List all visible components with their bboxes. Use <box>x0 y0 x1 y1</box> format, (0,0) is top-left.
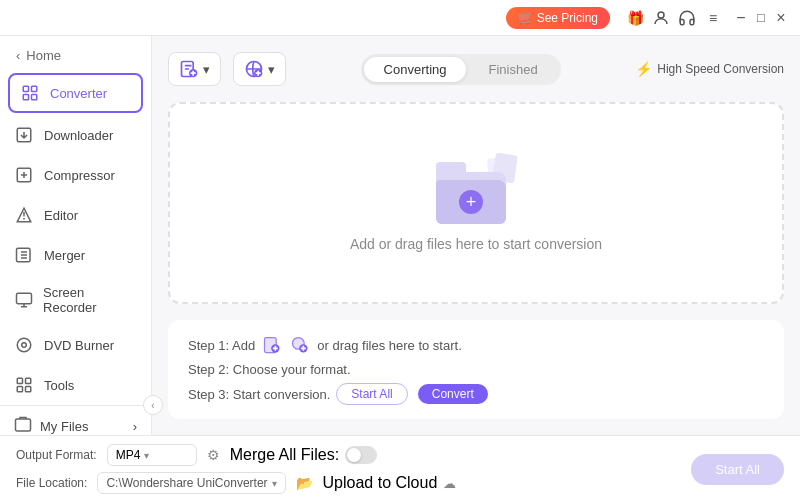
drop-text: Add or drag files here to start conversi… <box>350 236 602 252</box>
sidebar-home[interactable]: ‹ Home <box>0 40 151 71</box>
screen-recorder-icon <box>14 290 33 310</box>
file-location-select[interactable]: C:\Wondershare UniConverter ▾ <box>97 472 285 494</box>
output-format-select[interactable]: MP4 ▾ <box>107 444 197 466</box>
svg-point-9 <box>17 338 31 352</box>
content-area: ▾ ▾ Converting Finished ⚡ High Speed Con… <box>152 36 800 435</box>
svg-point-0 <box>658 12 664 18</box>
toolbar: ▾ ▾ Converting Finished ⚡ High Speed Con… <box>168 52 784 86</box>
upload-to-cloud-label: Upload to Cloud <box>323 474 438 492</box>
home-label: Home <box>26 48 61 63</box>
sidebar-item-converter[interactable]: Converter <box>8 73 143 113</box>
dvd-burner-icon <box>14 335 34 355</box>
tab-finished[interactable]: Finished <box>468 57 557 82</box>
file-location-row: File Location: C:\Wondershare UniConvert… <box>16 472 667 494</box>
sidebar-item-compressor-label: Compressor <box>44 168 115 183</box>
svg-rect-15 <box>16 419 31 431</box>
sidebar-bottom: My Files › <box>0 405 151 435</box>
svg-point-10 <box>22 343 27 348</box>
bottom-bar: Output Format: MP4 ▾ ⚙ Merge All Files: … <box>0 435 800 502</box>
sidebar-collapse-toggle[interactable]: ‹ <box>143 395 163 415</box>
sidebar-item-downloader[interactable]: Downloader <box>0 115 151 155</box>
add-url-button[interactable]: ▾ <box>233 52 286 86</box>
svg-rect-8 <box>16 293 31 304</box>
tab-converting[interactable]: Converting <box>364 57 467 82</box>
merge-toggle-switch[interactable] <box>345 446 377 464</box>
output-format-row: Output Format: MP4 ▾ ⚙ Merge All Files: <box>16 444 667 466</box>
minimize-button[interactable]: − <box>734 11 748 25</box>
step1-row: Step 1: Add or drag files here to <box>188 334 764 356</box>
title-bar-icons: 🎁 ≡ <box>626 9 722 27</box>
svg-rect-1 <box>23 86 28 91</box>
bottom-fields: Output Format: MP4 ▾ ⚙ Merge All Files: … <box>16 444 667 494</box>
upload-to-cloud-row: Upload to Cloud ☁ <box>323 474 457 492</box>
sidebar-item-tools[interactable]: Tools <box>0 365 151 405</box>
svg-rect-13 <box>17 387 22 392</box>
start-all-button[interactable]: Start All <box>691 454 784 485</box>
svg-rect-3 <box>23 95 28 100</box>
sidebar-item-converter-label: Converter <box>50 86 107 101</box>
restore-button[interactable]: □ <box>754 11 768 25</box>
sidebar-item-editor-label: Editor <box>44 208 78 223</box>
sidebar-item-dvd-burner-label: DVD Burner <box>44 338 114 353</box>
add-file-button[interactable]: ▾ <box>168 52 221 86</box>
folder-front: + <box>436 180 506 224</box>
compressor-icon <box>14 165 34 185</box>
cloud-icon[interactable]: ☁ <box>443 476 456 491</box>
output-format-chevron: ▾ <box>144 450 149 461</box>
drop-zone[interactable]: + Add or drag files here to start conver… <box>168 102 784 304</box>
sidebar-item-downloader-label: Downloader <box>44 128 113 143</box>
sidebar-item-merger[interactable]: Merger <box>0 235 151 275</box>
file-location-value: C:\Wondershare UniConverter <box>106 476 267 490</box>
my-files-arrow: › <box>133 419 137 434</box>
editor-icon <box>14 205 34 225</box>
step3-row: Step 3: Start conversion. Start All Conv… <box>188 383 764 405</box>
sidebar-item-editor[interactable]: Editor <box>0 195 151 235</box>
convert-mini-button[interactable]: Convert <box>418 384 488 404</box>
settings-gear-icon[interactable]: ⚙ <box>207 447 220 463</box>
high-speed-label: High Speed Conversion <box>657 62 784 76</box>
start-all-mini-button[interactable]: Start All <box>336 383 407 405</box>
steps-area: Step 1: Add or drag files here to <box>168 320 784 419</box>
tools-icon <box>14 375 34 395</box>
sidebar-my-files[interactable]: My Files › <box>14 416 137 435</box>
tabs: Converting Finished <box>361 54 561 85</box>
lightning-icon: ⚡ <box>635 61 652 77</box>
sidebar-item-screen-recorder-label: Screen Recorder <box>43 285 137 315</box>
add-file-chevron: ▾ <box>203 62 210 77</box>
svg-rect-11 <box>17 378 22 383</box>
output-format-label: Output Format: <box>16 448 97 462</box>
menu-icon[interactable]: ≡ <box>704 9 722 27</box>
sidebar: ‹ Home Converter Downloader <box>0 36 152 435</box>
svg-rect-2 <box>32 86 37 91</box>
see-pricing-button[interactable]: 🛒 See Pricing <box>506 7 610 29</box>
high-speed-indicator: ⚡ High Speed Conversion <box>635 61 784 77</box>
sidebar-item-merger-label: Merger <box>44 248 85 263</box>
sidebar-item-dvd-burner[interactable]: DVD Burner <box>0 325 151 365</box>
folder-plus-icon: + <box>459 190 483 214</box>
step2-row: Step 2: Choose your format. <box>188 362 764 377</box>
tabs-container: Converting Finished <box>298 54 623 85</box>
converter-icon <box>20 83 40 103</box>
output-format-value: MP4 <box>116 448 141 462</box>
headset-icon[interactable] <box>678 9 696 27</box>
sidebar-item-screen-recorder[interactable]: Screen Recorder <box>0 275 151 325</box>
step1-add-file-icon <box>261 334 283 356</box>
downloader-icon <box>14 125 34 145</box>
svg-rect-14 <box>26 387 31 392</box>
merge-all-toggle: Merge All Files: <box>230 446 377 464</box>
close-button[interactable]: × <box>774 11 788 25</box>
step1-label: Step 1: Add <box>188 338 255 353</box>
step3-label: Step 3: Start conversion. <box>188 387 330 402</box>
avatar-icon[interactable] <box>652 9 670 27</box>
add-url-chevron: ▾ <box>268 62 275 77</box>
svg-rect-4 <box>32 95 37 100</box>
merge-all-label: Merge All Files: <box>230 446 339 464</box>
step1-add-url-icon <box>289 334 311 356</box>
my-files-label: My Files <box>40 419 88 434</box>
gift-icon[interactable]: 🎁 <box>626 9 644 27</box>
sidebar-item-compressor[interactable]: Compressor <box>0 155 151 195</box>
my-files-icon <box>14 416 32 435</box>
folder-icon: + <box>436 154 516 224</box>
folder-open-icon[interactable]: 📂 <box>296 475 313 491</box>
step1-suffix: or drag files here to start. <box>317 338 462 353</box>
